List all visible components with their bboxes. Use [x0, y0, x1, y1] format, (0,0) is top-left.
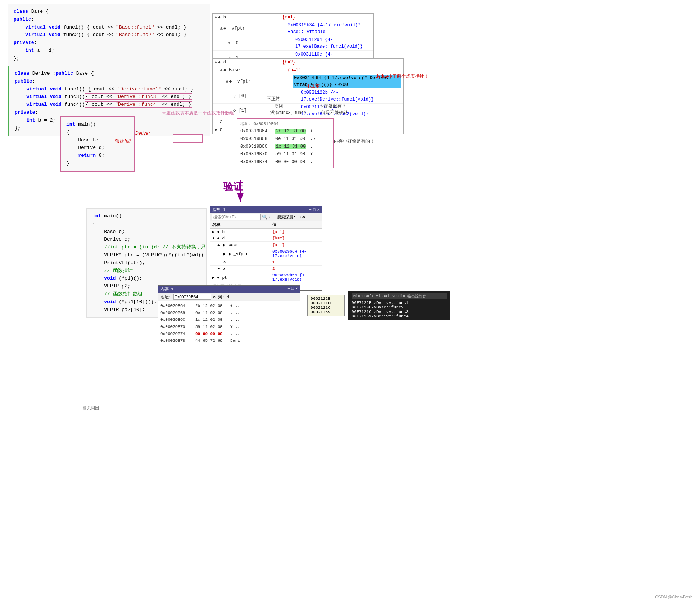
addr-item: 0002122B — [311, 296, 341, 301]
code-line: int main() — [66, 121, 129, 129]
code-line: }; — [14, 55, 204, 63]
watch-value: {b=2} — [282, 59, 401, 66]
code-line: virtual void func2() { cout << "Base::fu… — [14, 31, 204, 39]
code-line: PrintVFT(ptr); — [92, 259, 201, 267]
table-row: ▶ ● b {a=1} — [210, 229, 322, 235]
minimize-btn[interactable]: − — [287, 286, 290, 292]
monitor-window-bottom: 监视 1 − □ × 🔍 ← → 搜索深度: 3 ⚙ 名称 值 — [210, 206, 322, 291]
watch-name: ▲◆ _vfptr — [226, 78, 293, 85]
no-func34-annotation: 没有func3、func4 — [270, 110, 306, 116]
watch-row: ◇ [1] 0x0031110e {4-17.exe!Base::func2(v… — [213, 104, 403, 118]
row-name: ▲ ◆ Base — [210, 242, 270, 248]
watch-value: {a=1} — [282, 14, 371, 21]
code-line: private: — [14, 39, 204, 47]
console-line: 00F7121C->Derive::func3 — [352, 310, 447, 314]
console-line: 00F7110E->Base::func2 — [352, 305, 447, 310]
memory-maybe-annotation: 内存疑似有？ — [319, 103, 346, 110]
but-uncertain-annotation: 但是不能确认 — [321, 110, 348, 116]
code-line: Derive d; — [66, 144, 129, 152]
memory-row: 0x00319B68 0e 11 31 00 .\. — [240, 135, 330, 143]
code-line: class Base { — [14, 8, 204, 16]
row-value: {a=1} — [270, 229, 322, 235]
code-line: { — [66, 129, 129, 137]
watch-value: 0x00319b34 {4-17.exe!void(* Base:: vftab… — [288, 22, 371, 35]
memory-row: 0x00319B70 59 11 31 00 Y — [240, 150, 330, 158]
verify-label: 验证 — [223, 180, 243, 193]
memory-row: 0x00319B74 00 00 00 00 . — [240, 158, 330, 166]
memory-row: 0x00029B6C 1c 12 02 00 .... — [160, 316, 298, 323]
table-row: ● b 2 — [210, 266, 322, 272]
console-title: Microsoft Visual Studio 输出控制台 — [352, 293, 447, 299]
code-line: int main() — [92, 212, 201, 220]
code-line: void (*p1)(); — [92, 275, 201, 283]
row-value: 0x00029b64 {4-17.exe!void( — [270, 272, 322, 283]
watch-row: ▲◆ _vfptr 0x00319b34 {4-17.exe!void(* Ba… — [213, 21, 373, 36]
row-name: ▶ ● b — [210, 229, 270, 235]
vtable-annotation: ☆虚函数表本质是一个函数指针数组 — [160, 109, 236, 117]
code-line: return 0; — [66, 152, 129, 160]
code-line: virtual void func3(){ cout << "Derive::f… — [15, 93, 204, 101]
code-line: public: — [15, 78, 204, 86]
addr-label: 地址: — [160, 294, 171, 300]
addr-item: 00021159 — [311, 310, 341, 314]
close-btn[interactable]: × — [317, 208, 320, 212]
row-value: 2 — [270, 266, 322, 272]
watch-value: 0x0031122b {4-17.exe!Derive::func1(void)… — [301, 89, 401, 103]
row-value: {b=2} — [270, 235, 322, 242]
code-line: // 函数指针 — [92, 267, 201, 275]
watch-name: ▲◆ Base — [220, 67, 288, 74]
console-line: 00F71159->Derive::func4 — [352, 314, 447, 319]
derive-ptr-label: Derive* — [135, 131, 150, 136]
monitor-titlebar: 监视 1 − □ × — [210, 206, 322, 213]
memory-row: 0x00029B74 00 00 00 00 .... — [160, 331, 298, 338]
row-name: a — [210, 259, 270, 266]
code-line: VFPTR* ptr = (VFPTR*)(*((int*)&d)); — [92, 251, 201, 259]
watch-value: 0x0031110e {4-17.exe!Base::func2(void)} — [301, 104, 401, 117]
memory-row: 0x00029B70 59 11 02 00 Y... — [160, 323, 298, 331]
row-name: ▶ ◆ _vfptr — [210, 248, 270, 259]
col-name-header: 名称 — [210, 221, 270, 229]
abnormal-annotation: 不正常 — [267, 96, 280, 102]
cast-int-label: 强转 int* — [115, 138, 131, 144]
col-value-header: 值 — [270, 221, 322, 229]
row-value: {a=1} — [270, 242, 322, 248]
addr-item: 00021110E — [311, 301, 341, 305]
col-count: 4 — [227, 295, 229, 299]
watch-name: ▲◆ _vfptr — [220, 25, 288, 32]
close-btn[interactable]: × — [295, 286, 298, 292]
maximize-btn[interactable]: □ — [313, 208, 316, 212]
monitor-toolbar: 🔍 ← → 搜索深度: 3 ⚙ — [210, 213, 322, 221]
monitor-title: 监视 1 — [212, 207, 225, 212]
addr-input[interactable] — [173, 294, 211, 300]
row-name: ▶ ● ptr — [210, 272, 270, 283]
code-line: { — [92, 220, 201, 228]
memory-row: 0x00319B64 2b 12 31 00 + — [240, 128, 330, 135]
maximize-btn[interactable]: □ — [291, 286, 294, 292]
search-input[interactable] — [212, 214, 261, 220]
table-row: ▲ ● d {b=2} — [210, 235, 322, 242]
memory-row: 0x00319B6C 1c 12 31 00 . — [240, 143, 330, 150]
minimize-btn[interactable]: − — [309, 208, 312, 212]
table-row: ▶ ◆ _vfptr 0x00029b64 {4-17.exe!void( — [210, 248, 322, 259]
watch-name: ▲◆ d — [214, 59, 282, 66]
refresh-icon[interactable]: ↺ — [213, 295, 216, 299]
code-line: //int ptr = (int)d; // 不支持转换，只 — [92, 244, 201, 251]
monitor-small-label: 监视 — [274, 103, 283, 110]
watch-row: ◇ [0] 0x00311294 {4-17.exe!Base::func1(v… — [213, 36, 373, 51]
watch-row: ▲◆ b {a=1} — [213, 14, 373, 21]
inner-memory-titlebar: 内存 1 − □ × — [158, 286, 300, 293]
row-value: 1 — [270, 259, 322, 266]
console-line: 00F7122B->Derive::func1 — [352, 301, 447, 305]
watch-row: ▲◆ d {b=2} — [213, 59, 403, 66]
inner-memory-title: 内存 1 — [160, 286, 173, 292]
col-label: 列: — [218, 294, 225, 300]
forward-icon: → — [273, 215, 276, 219]
output-console: Microsoft Visual Studio 输出控制台 00F7122B->… — [348, 291, 450, 320]
related-label: 相关词图 — [83, 405, 99, 411]
code-line: Base b; — [92, 228, 201, 236]
code-line: Derive d; — [92, 236, 201, 244]
settings-icon[interactable]: ⚙ — [302, 215, 305, 220]
monitor-controls[interactable]: − □ × — [309, 208, 320, 212]
footer: CSDN @Chris-Bosh — [655, 595, 692, 599]
inner-memory-controls[interactable]: − □ × — [287, 286, 298, 292]
